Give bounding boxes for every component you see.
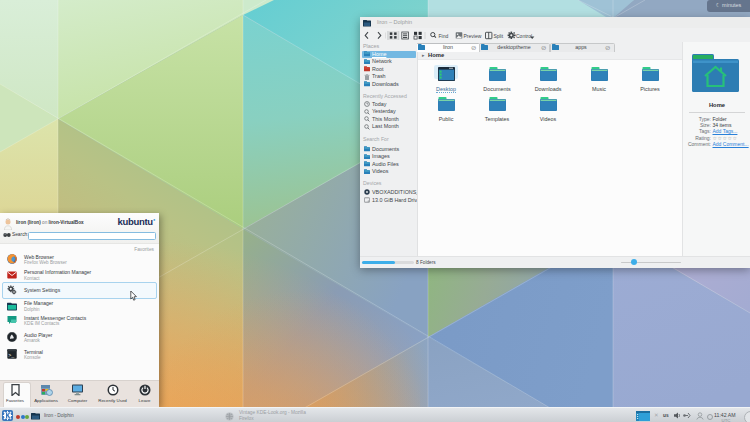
svg-text:Find: Find xyxy=(439,33,449,39)
svg-text:>_: >_ xyxy=(8,353,15,359)
svg-text:Split: Split xyxy=(493,33,503,39)
svg-text:Preview: Preview xyxy=(464,33,482,39)
